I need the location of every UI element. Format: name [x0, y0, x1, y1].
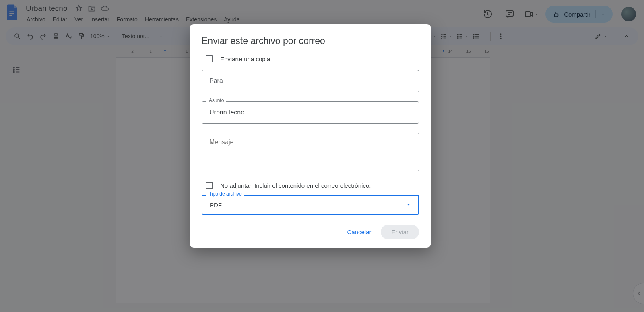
filetype-select[interactable]: PDF: [202, 195, 419, 215]
subject-label: Asunto: [206, 98, 226, 103]
dialog-title: Enviar este archivo por correo: [202, 35, 419, 46]
filetype-value: PDF: [210, 202, 222, 208]
to-input[interactable]: [202, 70, 419, 92]
chevron-down-icon: [406, 202, 411, 207]
message-input[interactable]: [202, 133, 419, 171]
subject-input[interactable]: [202, 101, 419, 124]
send-copy-checkbox[interactable]: [206, 55, 213, 62]
no-attach-checkbox[interactable]: [206, 182, 213, 189]
send-button: Enviar: [381, 225, 419, 239]
cancel-button[interactable]: Cancelar: [341, 225, 378, 239]
no-attach-label: No adjuntar. Incluir el contenido en el …: [220, 182, 371, 189]
email-file-dialog: Enviar este archivo por correo Enviarte …: [190, 24, 431, 248]
filetype-label: Tipo de archivo: [206, 191, 244, 197]
send-copy-label: Enviarte una copia: [220, 56, 270, 62]
